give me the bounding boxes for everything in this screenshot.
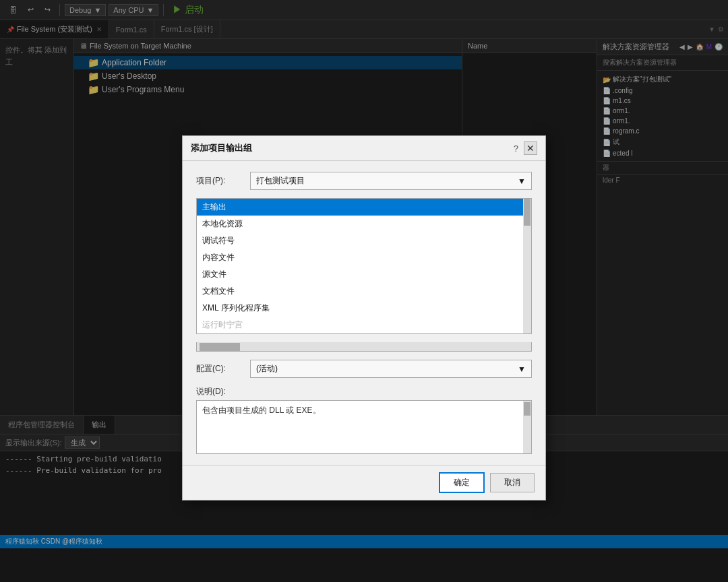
modal-footer: 确定 取消 <box>183 465 545 500</box>
listbox-item-doc[interactable]: 文档文件 <box>197 283 523 300</box>
listbox-item-runtime[interactable]: 运行时宁宫 <box>197 317 523 333</box>
modal-listbox[interactable]: 主输出 本地化资源 调试符号 内容文件 源文件 文档文件 <box>197 199 523 333</box>
modal-project-label: 项目(P): <box>196 175 243 187</box>
modal-project-dropdown[interactable]: 打包测试项目 ▼ <box>250 172 532 190</box>
listbox-item-content[interactable]: 内容文件 <box>197 249 523 266</box>
modal-config-value: (活动) <box>256 363 278 375</box>
listbox-item-locale[interactable]: 本地化资源 <box>197 216 523 232</box>
scrollbar-thumb <box>524 199 530 226</box>
hscroll-thumb <box>200 343 240 351</box>
modal-project-row: 项目(P): 打包测试项目 ▼ <box>196 172 532 190</box>
modal-help-button[interactable]: ? <box>514 143 518 154</box>
modal-project-value: 打包测试项目 <box>256 175 305 187</box>
modal-controls: ? ✕ <box>514 141 537 155</box>
modal-hscroll[interactable] <box>196 342 532 352</box>
modal-desc-section: 说明(D): 包含由项目生成的 DLL 或 EXE。 <box>196 386 532 454</box>
modal-title: 添加项目输出组 <box>191 142 252 154</box>
modal-config-label: 配置(C): <box>196 363 243 375</box>
modal-listbox-container: 主输出 本地化资源 调试符号 内容文件 源文件 文档文件 <box>196 198 532 334</box>
ok-button[interactable]: 确定 <box>439 472 485 493</box>
listbox-item-debug[interactable]: 调试符号 <box>197 232 523 249</box>
listbox-scrollbar[interactable] <box>523 199 531 333</box>
modal-config-row: 配置(C): (活动) ▼ <box>196 360 532 378</box>
modal-desc-text: 包含由项目生成的 DLL 或 EXE。 <box>202 406 321 415</box>
desc-scroll-thumb <box>524 402 530 416</box>
listbox-item-source[interactable]: 源文件 <box>197 266 523 283</box>
modal-body: 项目(P): 打包测试项目 ▼ 主输出 本地化资源 调试符号 <box>183 161 545 465</box>
modal-config-dropdown[interactable]: (活动) ▼ <box>250 360 532 378</box>
listbox-item-main[interactable]: 主输出 <box>197 199 523 216</box>
modal-close-button[interactable]: ✕ <box>524 141 537 155</box>
listbox-item-xml[interactable]: XML 序列化程序集 <box>197 300 523 317</box>
modal-overlay: 添加项目输出组 ? ✕ 项目(P): 打包测试项目 ▼ 主输出 <box>0 0 728 582</box>
chevron-down-icon: ▼ <box>518 176 526 186</box>
cancel-button[interactable]: 取消 <box>490 473 535 492</box>
modal-dialog: 添加项目输出组 ? ✕ 项目(P): 打包测试项目 ▼ 主输出 <box>182 135 546 500</box>
modal-desc-label: 说明(D): <box>196 386 532 397</box>
modal-titlebar: 添加项目输出组 ? ✕ <box>183 136 545 161</box>
chevron-down-icon2: ▼ <box>518 364 526 374</box>
modal-description-box: 包含由项目生成的 DLL 或 EXE。 <box>196 400 532 454</box>
desc-scrollbar[interactable] <box>523 401 531 453</box>
